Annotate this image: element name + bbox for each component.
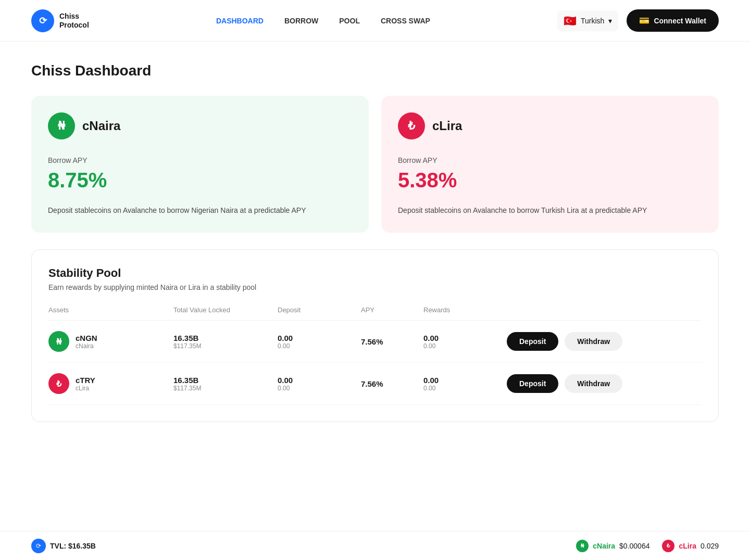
table-row: ₦ cNGN cNaira 16.35B $117.35M 0.00 0.00 … (48, 321, 702, 363)
col-deposit: Deposit (278, 306, 361, 314)
cngn-sub: cNaira (76, 342, 97, 350)
cngn-tvl: 16.35B $117.35M (173, 334, 278, 350)
clira-card: ₺ cLira Borrow APY 5.38% Deposit stablec… (381, 96, 719, 233)
cngn-icon: ₦ (48, 331, 69, 352)
footer-clira-token: ₺ cLira 0.029 (662, 540, 719, 552)
stability-pool-section: Stability Pool Earn rewards by supplying… (31, 249, 719, 422)
ctry-rewards-main: 0.00 (423, 376, 507, 385)
col-apy: APY (361, 306, 423, 314)
connect-wallet-button[interactable]: 💳 Connect Wallet (627, 9, 719, 32)
nav: DASHBOARD BORROW POOL CROSS SWAP (216, 17, 430, 25)
language-label: Turkish (581, 17, 604, 25)
clira-card-header: ₺ cLira (398, 112, 702, 139)
clira-icon: ₺ (398, 112, 425, 139)
col-actions (507, 306, 702, 314)
cnaira-card-header: ₦ cNaira (48, 112, 352, 139)
footer-cnaira-icon: ₦ (576, 540, 589, 552)
ctry-actions: Deposit Withdraw (507, 374, 702, 393)
footer-clira-value: 0.029 (701, 542, 719, 550)
cngn-rewards-sub: 0.00 (423, 342, 507, 350)
logo-text: Chiss Protocol (59, 12, 89, 30)
cngn-deposit-main: 0.00 (278, 334, 361, 342)
ctry-apy: 7.56% (361, 379, 423, 388)
chevron-down-icon: ▾ (608, 17, 612, 25)
ctry-name: cTRY (76, 376, 95, 385)
ctry-asset-info: cTRY cLira (76, 376, 95, 392)
ctry-deposit-button[interactable]: Deposit (507, 374, 558, 393)
clira-name: cLira (432, 119, 462, 133)
logo-text-top: Chiss (59, 12, 89, 21)
cngn-deposit: 0.00 0.00 (278, 334, 361, 350)
nav-dashboard[interactable]: DASHBOARD (216, 17, 264, 25)
ctry-deposit: 0.00 0.00 (278, 376, 361, 392)
cnaira-card: ₦ cNaira Borrow APY 8.75% Deposit stable… (31, 96, 369, 233)
footer-tvl-label: TVL: $16.35B (50, 542, 96, 550)
footer: ⟳ TVL: $16.35B ₦ cNaira $0.00064 ₺ cLira… (0, 531, 750, 560)
ctry-deposit-sub: 0.00 (278, 385, 361, 392)
nav-pool[interactable]: POOL (339, 17, 360, 25)
cnaira-name: cNaira (82, 119, 120, 133)
main-content: Chiss Dashboard ₦ cNaira Borrow APY 8.75… (0, 42, 750, 474)
ctry-rewards: 0.00 0.00 (423, 376, 507, 392)
nav-cross-swap[interactable]: CROSS SWAP (381, 17, 430, 25)
cngn-rewards: 0.00 0.00 (423, 334, 507, 350)
header-right: 🇹🇷 Turkish ▾ 💳 Connect Wallet (557, 9, 719, 32)
cnaira-borrow-apy-label: Borrow APY (48, 156, 352, 164)
language-selector[interactable]: 🇹🇷 Turkish ▾ (557, 10, 618, 31)
cngn-withdraw-button[interactable]: Withdraw (565, 332, 622, 351)
cngn-deposit-sub: 0.00 (278, 342, 361, 350)
ctry-tvl: 16.35B $117.35M (173, 376, 278, 392)
asset-cell-cngn: ₦ cNGN cNaira (48, 331, 173, 352)
connect-wallet-label: Connect Wallet (654, 17, 706, 25)
logo-icon: ⟳ (31, 9, 54, 32)
pool-subtitle: Earn rewards by supplying minted Naira o… (48, 283, 702, 291)
footer-cnaira-label: cNaira (593, 542, 615, 550)
ctry-withdraw-button[interactable]: Withdraw (565, 374, 622, 393)
currency-cards: ₦ cNaira Borrow APY 8.75% Deposit stable… (31, 96, 719, 233)
cngn-apy: 7.56% (361, 337, 423, 346)
cnaira-icon: ₦ (48, 112, 75, 139)
ctry-deposit-main: 0.00 (278, 376, 361, 385)
footer-tvl: ⟳ TVL: $16.35B (31, 539, 96, 553)
nav-borrow[interactable]: BORROW (284, 17, 318, 25)
footer-clira-label: cLira (679, 542, 696, 550)
footer-token-prices: ₦ cNaira $0.00064 ₺ cLira 0.029 (576, 540, 719, 552)
header: ⟳ Chiss Protocol DASHBOARD BORROW POOL C… (0, 0, 750, 42)
cngn-name: cNGN (76, 334, 97, 342)
logo-text-bottom: Protocol (59, 21, 89, 30)
pool-title: Stability Pool (48, 266, 702, 280)
col-rewards: Rewards (423, 306, 507, 314)
ctry-sub: cLira (76, 385, 95, 392)
table-row: ₺ cTRY cLira 16.35B $117.35M 0.00 0.00 7… (48, 363, 702, 405)
footer-clira-icon: ₺ (662, 540, 674, 552)
page-title: Chiss Dashboard (31, 62, 719, 79)
wallet-icon: 💳 (639, 16, 649, 26)
language-flag: 🇹🇷 (564, 15, 577, 27)
footer-logo-icon: ⟳ (31, 539, 46, 553)
cngn-asset-info: cNGN cNaira (76, 334, 97, 350)
cngn-tvl-main: 16.35B (173, 334, 278, 342)
footer-cnaira-value: $0.00064 (619, 542, 649, 550)
ctry-tvl-main: 16.35B (173, 376, 278, 385)
cnaira-description: Deposit stablecoins on Avalanche to borr… (48, 205, 352, 216)
cnaira-borrow-apy-value: 8.75% (48, 169, 352, 192)
col-assets: Assets (48, 306, 173, 314)
col-tvl: Total Value Locked (173, 306, 278, 314)
clira-borrow-apy-value: 5.38% (398, 169, 702, 192)
cngn-deposit-button[interactable]: Deposit (507, 332, 558, 351)
logo: ⟳ Chiss Protocol (31, 9, 89, 32)
cngn-tvl-sub: $117.35M (173, 342, 278, 350)
clira-description: Deposit stablecoins on Avalanche to borr… (398, 205, 702, 216)
cngn-actions: Deposit Withdraw (507, 332, 702, 351)
clira-borrow-apy-label: Borrow APY (398, 156, 702, 164)
cngn-rewards-main: 0.00 (423, 334, 507, 342)
ctry-rewards-sub: 0.00 (423, 385, 507, 392)
footer-cnaira-token: ₦ cNaira $0.00064 (576, 540, 649, 552)
asset-cell-ctry: ₺ cTRY cLira (48, 373, 173, 394)
table-header: Assets Total Value Locked Deposit APY Re… (48, 306, 702, 321)
ctry-tvl-sub: $117.35M (173, 385, 278, 392)
ctry-icon: ₺ (48, 373, 69, 394)
